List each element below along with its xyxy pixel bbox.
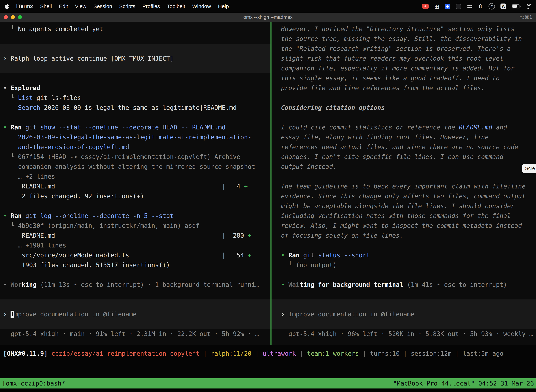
text-segment — [22, 212, 25, 219]
text-segment: › — [3, 55, 10, 62]
text-segment: └ — [3, 94, 18, 101]
horizontal-separator — [0, 345, 536, 345]
terminal-line: … +2 lines — [0, 172, 270, 182]
dark-app-icon[interactable] — [456, 4, 461, 9]
wifi-icon[interactable] — [525, 4, 531, 9]
minimize-window-button[interactable] — [11, 15, 15, 19]
text-segment — [299, 252, 303, 259]
text-segment: › — [3, 311, 10, 318]
terminal-line: └ 4b9d30f (origin/main, instructkr/main,… — [0, 221, 270, 231]
text-segment: slight risk that future readers may over… — [281, 55, 503, 62]
text-segment: 2026-03-09-is-legal-the-same-as-legitima… — [3, 134, 251, 141]
text-segment: README.md — [3, 232, 55, 239]
text-segment: | — [400, 350, 411, 357]
text-segment: | — [55, 183, 225, 190]
menu-bar: iTerm2 ShellEditViewSessionScriptsProfil… — [0, 0, 536, 13]
terminal-line: … +1901 lines — [0, 240, 270, 250]
terminal-line: README.md | 280 + — [0, 231, 270, 240]
terminal-line: └ List git ls-files — [0, 93, 270, 103]
menu-item-window[interactable]: Window — [192, 3, 211, 9]
screen-recording-icon[interactable] — [422, 4, 429, 9]
terminal-line: the "Related research writing" section i… — [272, 44, 536, 54]
text-segment: | — [129, 252, 225, 259]
text-segment: └ — [3, 222, 18, 229]
zoom-window-button[interactable] — [18, 15, 22, 19]
raycast-icon[interactable] — [445, 4, 450, 9]
text-segment: of focusing solely on file lines. — [281, 232, 403, 239]
text-segment: (1m 41s • esc to interrupt) — [403, 281, 507, 288]
text-segment: git show --stat --oneline --decorate HEA… — [25, 124, 225, 131]
close-window-button[interactable] — [4, 15, 8, 19]
terminal-line: slight risk that future readers may over… — [272, 54, 536, 63]
text-segment: I could cite commit statistics or refere… — [281, 124, 459, 131]
input-source-icon[interactable]: A — [500, 4, 506, 9]
thinking-heading: Considering citation options — [272, 103, 536, 112]
text-segment: (no output) — [296, 261, 337, 269]
menu-item-help[interactable]: Help — [218, 3, 229, 9]
text-segment: • — [281, 281, 288, 288]
keyboard-grid-icon[interactable]: ▦ — [434, 3, 439, 10]
model-status-line: gpt-5.4 xhigh · main · 91% left · 2.31M … — [0, 329, 270, 339]
text-segment: Considering citation options — [281, 104, 385, 111]
blank-line — [272, 289, 536, 299]
text-segment: this single essay, it seems like a good … — [281, 75, 500, 82]
terminal-line: 1903 files changed, 513517 insertions(+) — [0, 260, 270, 270]
text-segment: | — [251, 350, 263, 357]
blank-line — [272, 172, 536, 182]
terminal-line: review. Also, I might want to inspect th… — [272, 221, 536, 231]
menu-item-profiles[interactable]: Profiles — [142, 3, 160, 9]
menu-item-toolbelt[interactable]: Toolbelt — [167, 3, 185, 9]
text-segment: The team guideline is to back every impo… — [281, 183, 526, 190]
tmux-session-label: [omx-cczip0:bash* — [2, 378, 65, 388]
prompt-input[interactable]: › Improve documentation in @filename — [272, 299, 536, 329]
menu-item-view[interactable]: View — [75, 3, 86, 9]
terminal-line: The team guideline is to back every impo… — [272, 182, 536, 191]
blank-line — [0, 270, 270, 280]
text-segment: gpt-5.4 xhigh · 96% left · 520K in · 5.8… — [281, 330, 533, 337]
screen-overlay-button[interactable]: Scre — [522, 164, 536, 173]
menu-item-shell[interactable]: Shell — [40, 3, 52, 9]
text-segment: evidence. Since this change only affects… — [281, 193, 526, 200]
text-segment: I — [10, 311, 14, 318]
text-segment: 1903 files changed, 513517 insertions(+) — [3, 261, 170, 269]
figure-eight-icon[interactable]: 8 — [478, 3, 483, 10]
battery-percent-icon[interactable]: .61 — [488, 3, 495, 9]
text-segment: turns:10 — [370, 350, 400, 357]
menu-item-edit[interactable]: Edit — [59, 3, 68, 9]
text-segment: output instead. — [281, 163, 337, 170]
text-segment: | — [200, 350, 211, 357]
terminal-line: of focusing solely on file lines. — [272, 231, 536, 240]
tmux-host-time-label: "MacBook-Pro-44.local" 04:52 31-Mar-26 — [393, 378, 534, 388]
apple-logo[interactable] — [5, 4, 9, 9]
text-segment: ralph:11/20 — [211, 350, 251, 357]
terminal-line: • Ran git status --short — [272, 250, 536, 260]
blank-line — [0, 289, 270, 299]
text-segment: • — [281, 252, 288, 259]
six-dot-grid-icon[interactable] — [467, 4, 472, 9]
battery-icon[interactable] — [512, 5, 519, 9]
text-segment: companion file, especially if more comme… — [281, 65, 515, 72]
prompt-input[interactable]: › Improve documentation in @filename — [0, 299, 270, 329]
menu-item-session[interactable]: Session — [93, 3, 112, 9]
omx-status-line: [OMX#0.11.9] cczip/essay/ai-reimplementa… — [0, 349, 536, 359]
text-segment: mprove documentation in @filename — [14, 311, 136, 318]
menu-item-scripts[interactable]: Scripts — [119, 3, 135, 9]
window-shortcut-badge: ⌥⌘1 — [519, 14, 536, 20]
blank-line — [272, 240, 536, 250]
text-segment: However, I noticed the "Directory Struct… — [281, 25, 515, 33]
menu-app-name[interactable]: iTerm2 — [16, 3, 33, 9]
tmux-status-bar: [omx-cczip0:bash* "MacBook-Pro-44.local"… — [0, 378, 536, 388]
text-segment — [48, 350, 51, 357]
terminal-line: references need actual files, and since … — [272, 142, 536, 152]
text-segment: Ran — [288, 252, 299, 259]
text-segment: (11m 13s • esc to interrupt) · 1 backgro… — [37, 281, 259, 288]
terminal-line: essay file, along with finding root file… — [272, 132, 536, 142]
terminal-line: changes, I can't cite specific file line… — [272, 152, 536, 162]
terminal-line: might be acceptable alongside the file l… — [272, 201, 536, 211]
blank-line — [272, 112, 536, 122]
text-segment: the source tree, missing the essay. Stil… — [281, 35, 522, 42]
text-segment: 280 — [225, 232, 248, 239]
blank-line — [0, 34, 270, 44]
text-segment: might be acceptable alongside the file l… — [281, 202, 515, 210]
text-segment: 54 — [225, 252, 248, 259]
